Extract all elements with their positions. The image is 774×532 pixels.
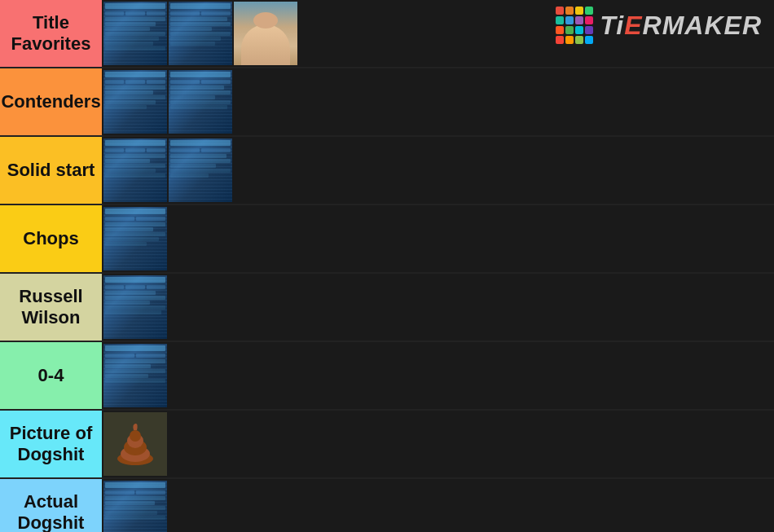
logo-cell xyxy=(585,16,593,24)
tier-content-0-4 xyxy=(102,342,774,409)
logo-cell xyxy=(556,7,564,15)
logo-cell xyxy=(575,7,583,15)
tier-row-0-4: 0-4 xyxy=(0,342,774,411)
tier-label-0-4: 0-4 xyxy=(0,342,102,409)
tier-content-solid-start xyxy=(102,137,774,204)
tier-item[interactable] xyxy=(103,481,167,532)
tier-row-contenders: Contenders xyxy=(0,68,774,137)
tier-row-russell-wilson: Russell Wilson xyxy=(0,274,774,342)
tiermaker-logo: TiERMAKER xyxy=(556,7,762,44)
logo-cell xyxy=(575,16,583,24)
logo-cell xyxy=(565,36,574,44)
tier-content-actual-dogshit xyxy=(102,479,774,532)
logo-cell xyxy=(585,26,593,34)
tier-row-solid-start: Solid start xyxy=(0,137,774,205)
tier-list: Title Favorites xyxy=(0,0,774,532)
tier-item[interactable] xyxy=(103,344,167,407)
tier-item[interactable] xyxy=(169,2,232,65)
tier-item[interactable] xyxy=(103,2,167,65)
svg-point-4 xyxy=(130,430,141,442)
tier-item-shirtless[interactable] xyxy=(234,2,297,65)
tier-item[interactable] xyxy=(169,138,232,202)
tier-content-russell-wilson xyxy=(102,274,774,341)
tier-label-russell-wilson: Russell Wilson xyxy=(0,274,102,341)
tiermaker-text: TiERMAKER xyxy=(600,11,762,41)
logo-cell xyxy=(556,26,564,34)
tier-row-actual-dogshit: Actual Dogshit xyxy=(0,479,774,532)
tier-item[interactable] xyxy=(103,275,167,339)
tier-label-chops: Chops xyxy=(0,205,102,272)
tier-item-poop-photo[interactable] xyxy=(103,412,167,476)
tier-label-contenders: Contenders xyxy=(0,68,102,135)
tier-item[interactable] xyxy=(103,207,167,270)
tier-label-picture-of-dogshit: Picture of Dogshit xyxy=(0,411,102,477)
tier-label-solid-start: Solid start xyxy=(0,137,102,204)
logo-cell xyxy=(556,36,564,44)
tier-label-title-favorites: Title Favorites xyxy=(0,0,102,67)
logo-cell xyxy=(585,7,593,15)
tier-content-contenders xyxy=(102,68,774,135)
tier-content-chops xyxy=(102,205,774,272)
logo-cell xyxy=(565,26,574,34)
tier-item[interactable] xyxy=(103,70,167,134)
logo-cell xyxy=(565,16,574,24)
tier-content-picture-of-dogshit xyxy=(102,411,774,477)
logo-grid-icon xyxy=(556,7,593,44)
logo-cell xyxy=(585,36,593,44)
logo-cell xyxy=(575,36,583,44)
tier-label-actual-dogshit: Actual Dogshit xyxy=(0,479,102,532)
tier-item[interactable] xyxy=(103,138,167,202)
logo-cell xyxy=(565,7,574,15)
tier-item[interactable] xyxy=(169,70,232,134)
logo-cell xyxy=(556,16,564,24)
logo-cell xyxy=(575,26,583,34)
tier-row-picture-of-dogshit: Picture of Dogshit xyxy=(0,411,774,479)
tier-row-chops: Chops xyxy=(0,205,774,274)
